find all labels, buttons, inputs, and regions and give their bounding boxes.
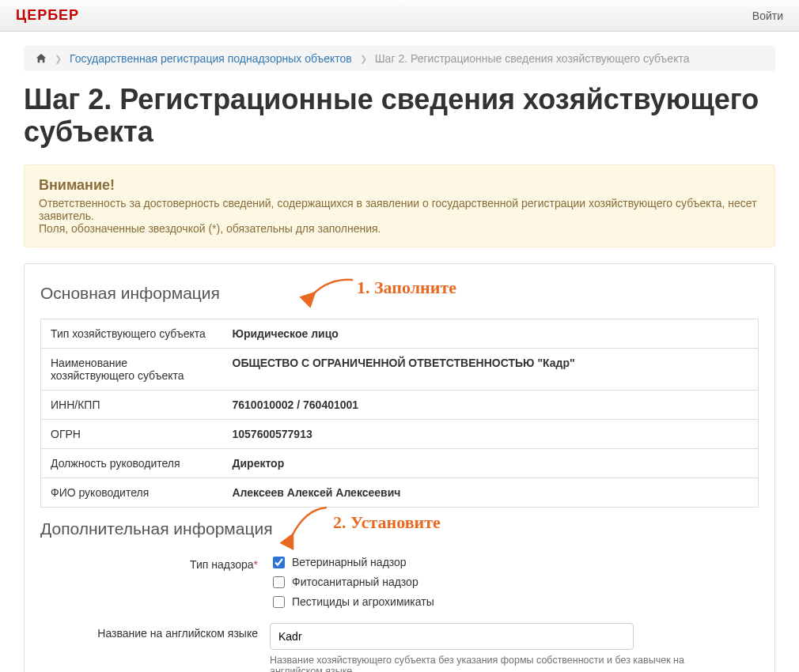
brand-logo[interactable]: ЦЕРБЕР: [16, 7, 79, 24]
row-value: Алексеев Алексей Алексеевич: [223, 478, 759, 507]
breadcrumb: ❯ Государственная регистрация поднадзорн…: [24, 46, 775, 71]
row-value: 7610010002 / 760401001: [223, 390, 759, 419]
alert-title: Внимание!: [39, 177, 760, 194]
alert-line2: Поля, обозначенные звездочкой (*), обяза…: [39, 222, 381, 235]
table-row: ФИО руководителяАлексеев Алексей Алексее…: [41, 478, 759, 507]
alert-line1: Ответственность за достоверность сведени…: [39, 197, 757, 222]
section-main-info: Основная информация: [40, 284, 759, 303]
breadcrumb-current: Шаг 2. Регистрационные сведения хозяйств…: [375, 52, 690, 65]
table-row: ОГРН1057600577913: [41, 419, 759, 448]
row-label: Должность руководителя: [41, 448, 223, 478]
row-label: ИНН/КПП: [41, 390, 223, 419]
supervision-checkbox[interactable]: [273, 576, 285, 588]
row-value: Юридическое лицо: [223, 319, 759, 348]
english-name-group: Название на английском языке Название хо…: [40, 623, 759, 672]
supervision-option[interactable]: Ветеринарный надзор: [270, 554, 727, 571]
info-table: Тип хозяйствующего субъектаЮридическое л…: [40, 319, 759, 508]
breadcrumb-link-registration[interactable]: Государственная регистрация поднадзорных…: [70, 52, 352, 65]
login-link[interactable]: Войти: [752, 9, 783, 22]
page-title: Шаг 2. Регистрационные сведения хозяйств…: [24, 83, 775, 149]
supervision-option-label: Ветеринарный надзор: [292, 556, 407, 568]
supervision-option-label: Пестициды и агрохимикаты: [292, 595, 434, 608]
supervision-checkbox[interactable]: [273, 557, 285, 568]
row-label: ОГРН: [41, 419, 223, 448]
table-row: ИНН/КПП7610010002 / 760401001: [41, 390, 759, 419]
english-name-input[interactable]: [270, 623, 634, 650]
breadcrumb-separator-icon: ❯: [55, 54, 62, 64]
navbar: ЦЕРБЕР Войти: [0, 0, 799, 32]
table-row: Наименование хозяйствующего субъектаОБЩЕ…: [41, 348, 759, 390]
supervision-option[interactable]: Пестициды и агрохимикаты: [270, 594, 727, 610]
english-name-label: Название на английском языке: [40, 623, 270, 640]
row-label: Наименование хозяйствующего субъекта: [41, 348, 223, 390]
alert-warning: Внимание! Ответственность за достовернос…: [24, 164, 775, 247]
english-name-help: Название хозяйствующего субъекта без ука…: [270, 655, 727, 672]
row-value: 1057600577913: [223, 419, 759, 448]
supervision-option[interactable]: Фитосанитарный надзор: [270, 574, 727, 591]
section-extra-info: Дополнительная информация: [40, 519, 759, 538]
table-row: Тип хозяйствующего субъектаЮридическое л…: [41, 319, 759, 348]
row-value: Директор: [223, 448, 759, 478]
supervision-type-label: Тип надзора*: [40, 554, 270, 571]
breadcrumb-separator-icon: ❯: [360, 54, 367, 64]
supervision-type-group: Тип надзора* Ветеринарный надзорФитосани…: [40, 554, 759, 613]
main-panel: Основная информация Тип хозяйствующего с…: [24, 263, 775, 672]
home-icon[interactable]: [36, 53, 47, 64]
row-label: ФИО руководителя: [41, 478, 223, 507]
row-value: ОБЩЕСТВО С ОГРАНИЧЕННОЙ ОТВЕТСТВЕННОСТЬЮ…: [223, 348, 759, 390]
supervision-checkbox[interactable]: [273, 596, 285, 608]
row-label: Тип хозяйствующего субъекта: [41, 319, 223, 348]
supervision-option-label: Фитосанитарный надзор: [292, 576, 418, 588]
table-row: Должность руководителяДиректор: [41, 448, 759, 478]
